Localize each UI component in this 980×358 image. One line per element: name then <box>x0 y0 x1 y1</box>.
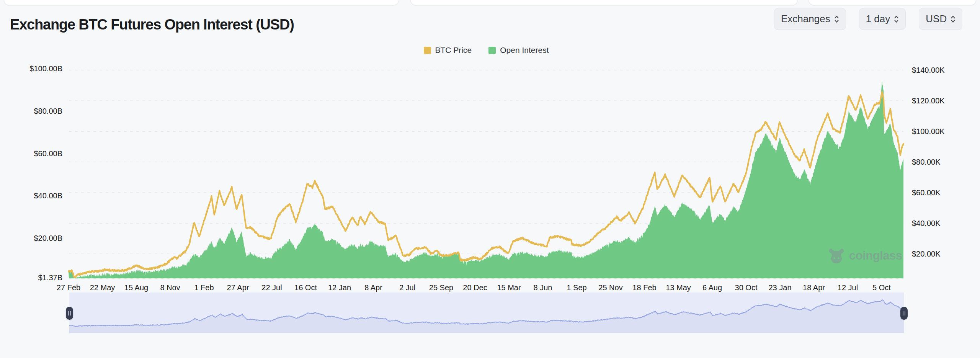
x-axis-tick: 5 Oct <box>872 283 891 292</box>
left-axis-tick: $80.00B <box>34 106 62 115</box>
x-axis-tick: 6 Aug <box>702 283 722 292</box>
left-axis-min-tick: $1.37B <box>38 273 62 282</box>
navigator-track[interactable] <box>69 293 904 333</box>
x-axis-tick: 27 Feb <box>57 283 80 292</box>
x-axis-tick: 15 Aug <box>124 283 148 292</box>
x-axis-tick: 30 Oct <box>735 283 758 292</box>
right-axis-tick: $100.00K <box>912 127 945 136</box>
x-axis-tick: 2 Jul <box>399 283 415 292</box>
x-axis-tick: 22 May <box>90 283 115 292</box>
x-axis-tick: 27 Apr <box>227 283 249 292</box>
x-axis-tick: 12 Jan <box>328 283 351 292</box>
right-axis-tick: $40.00K <box>912 219 941 228</box>
x-axis-tick: 13 May <box>666 283 691 292</box>
x-axis-tick: 12 Jul <box>838 283 858 292</box>
x-axis-tick: 18 Feb <box>632 283 656 292</box>
navigator-left-handle[interactable] <box>66 307 73 320</box>
x-axis-tick: 1 Sep <box>567 283 586 292</box>
left-axis-tick: $60.00B <box>34 149 62 158</box>
x-axis-tick: 25 Nov <box>598 283 622 292</box>
x-axis-tick: 20 Dec <box>463 283 487 292</box>
right-axis-tick: $20.00K <box>912 250 941 258</box>
right-axis-tick: $80.00K <box>912 158 941 167</box>
left-axis-tick: $100.00B <box>29 64 62 73</box>
right-axis-tick: $140.00K <box>912 66 945 75</box>
x-axis-tick: 18 Apr <box>803 283 825 292</box>
x-axis-tick: 25 Sep <box>429 283 453 292</box>
x-axis-tick: 23 Jan <box>768 283 791 292</box>
left-axis-tick: $20.00B <box>34 234 62 242</box>
x-axis-tick: 16 Oct <box>294 283 317 292</box>
x-axis-tick: 1 Feb <box>194 283 214 292</box>
chart-plot-area[interactable] <box>69 59 903 278</box>
x-axis-tick: 8 Jun <box>534 283 552 292</box>
x-axis-tick: 8 Nov <box>160 283 180 292</box>
left-axis-tick: $40.00B <box>34 191 62 200</box>
x-axis-tick: 15 Mar <box>497 283 521 292</box>
navigator-right-handle[interactable] <box>900 307 908 320</box>
right-axis-tick: $60.00K <box>912 188 941 197</box>
right-axis-tick: $120.00K <box>912 96 945 105</box>
x-axis-tick: 22 Jul <box>261 283 282 292</box>
x-axis-tick: 8 Apr <box>364 283 382 292</box>
